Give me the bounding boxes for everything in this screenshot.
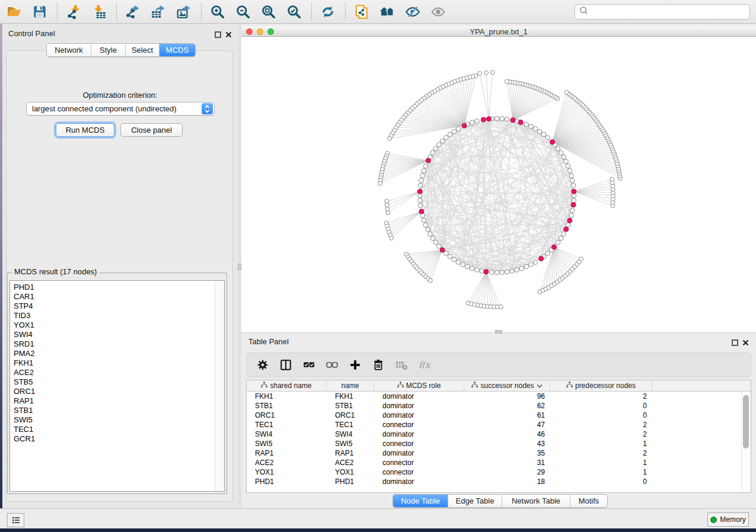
create-column-icon[interactable] (347, 357, 363, 373)
dominator-node (426, 158, 430, 163)
table-row[interactable]: RAP1RAP1dominator352 (247, 448, 751, 458)
tab-edge-table[interactable]: Edge Table (448, 495, 502, 507)
hide-selected-icon[interactable] (403, 2, 422, 21)
mcds-result-item[interactable]: STP4 (14, 302, 215, 311)
search-box[interactable] (575, 4, 750, 20)
mcds-result-item[interactable]: SWI4 (14, 330, 215, 339)
table-scrollbar[interactable] (741, 392, 751, 492)
mcds-result-item[interactable]: GCR1 (14, 434, 215, 444)
export-table-icon[interactable] (149, 2, 168, 21)
mcds-result-item[interactable]: ORC1 (14, 387, 215, 396)
open-file-icon[interactable] (5, 2, 24, 21)
table-cell: connector (374, 459, 464, 467)
dominator-node (552, 245, 557, 249)
delete-columns-icon[interactable] (371, 357, 386, 373)
table-cell: 62 (464, 402, 550, 410)
mcds-result-item[interactable]: PHD1 (14, 283, 215, 292)
new-network-from-selection-icon[interactable] (352, 2, 371, 21)
table-cell: STB1 (327, 402, 374, 410)
table-header-row: shared namenameMCDS rolesuccessor nodesp… (247, 380, 751, 392)
column-header-shared-name[interactable]: shared name (247, 380, 327, 391)
table-settings-icon[interactable] (255, 357, 270, 373)
tab-select[interactable]: Select (125, 44, 159, 56)
tab-style[interactable]: Style (91, 44, 125, 56)
mcds-result-item[interactable]: FKH1 (14, 358, 215, 368)
column-header-predecessor-nodes[interactable]: predecessor nodes (550, 380, 652, 391)
table-cell: connector (374, 468, 464, 476)
first-neighbors-icon[interactable] (378, 2, 397, 21)
search-input[interactable] (588, 5, 749, 18)
mcds-result-groupbox: PHD1CAR1STP4TID3YOX1SWI4SRD1PMA2FKH1ACE2… (7, 273, 227, 494)
table-row[interactable]: ORC1ORC1dominator610 (247, 411, 751, 420)
column-header-MCDS-role[interactable]: MCDS role (374, 380, 464, 391)
zoom-selected-icon[interactable] (285, 2, 304, 21)
table-row[interactable]: SWI5SWI5connector431 (247, 439, 751, 448)
show-all-icon (429, 2, 448, 21)
tab-node-table[interactable]: Node Table (393, 495, 448, 507)
mcds-result-item[interactable]: TID3 (14, 311, 215, 321)
network-canvas[interactable] (241, 37, 756, 332)
table-row[interactable]: TEC1TEC1connector472 (247, 420, 751, 430)
column-header-name[interactable]: name (327, 380, 374, 391)
list-icon (11, 515, 21, 525)
export-image-icon[interactable] (174, 2, 193, 21)
mcds-result-item[interactable]: RAP1 (14, 396, 215, 406)
unselect-all-columns-icon[interactable] (324, 357, 340, 373)
refresh-icon[interactable] (318, 2, 337, 21)
tab-network-table[interactable]: Network Table (502, 495, 570, 507)
table-row[interactable]: PHD1PHD1dominator180 (247, 477, 751, 486)
tab-mcds[interactable]: MCDS (159, 44, 195, 56)
close-panel-icon[interactable] (225, 30, 232, 40)
table-cell: dominator (374, 392, 464, 400)
toolbar-separator (201, 3, 202, 21)
dominator-node (462, 123, 467, 128)
table-cell: TEC1 (247, 421, 327, 429)
float-panel-icon[interactable] (732, 338, 738, 348)
import-network-icon[interactable] (64, 2, 83, 21)
run-mcds-button[interactable]: Run MCDS (56, 123, 114, 137)
column-type-icon (261, 382, 267, 390)
zoom-out-icon[interactable] (234, 2, 253, 21)
column-type-icon (566, 382, 573, 390)
close-panel-button[interactable]: Close panel (120, 123, 183, 137)
tab-network[interactable]: Network (47, 44, 91, 56)
zoom-fit-icon[interactable] (259, 2, 278, 21)
mcds-result-item[interactable]: CAR1 (14, 292, 215, 302)
scrollbar-thumb[interactable] (743, 395, 749, 448)
table-row[interactable]: ACE2ACE2connector311 (247, 458, 751, 467)
table-row[interactable]: STB1STB1dominator620 (247, 401, 751, 411)
table-row[interactable]: YOX1YOX1connector291 (247, 467, 751, 477)
mcds-result-item[interactable]: STB5 (14, 377, 215, 387)
close-panel-icon[interactable] (742, 338, 749, 348)
split-panel-icon[interactable] (278, 357, 294, 373)
table-row[interactable]: FKH1FKH1dominator962 (247, 392, 751, 401)
mcds-result-item[interactable]: SWI5 (14, 415, 215, 425)
dominator-node (484, 270, 489, 274)
mcds-result-item[interactable]: STB1 (14, 406, 215, 415)
export-network-icon[interactable] (123, 2, 142, 21)
import-table-icon[interactable] (90, 2, 109, 21)
table-row[interactable]: SWI4SWI4dominator462 (247, 430, 751, 439)
mcds-result-item[interactable]: ACE2 (14, 368, 215, 377)
mcds-result-item[interactable]: YOX1 (14, 321, 215, 330)
mcds-result-item[interactable]: PMA2 (14, 349, 215, 358)
zoom-in-icon[interactable] (208, 2, 227, 21)
save-session-icon[interactable] (30, 2, 49, 21)
mcds-result-list[interactable]: PHD1CAR1STP4TID3YOX1SWI4SRD1PMA2FKH1ACE2… (9, 280, 225, 492)
mcds-result-item[interactable]: TEC1 (14, 425, 215, 434)
mcds-result-item[interactable]: SRD1 (14, 339, 215, 349)
criterion-select[interactable]: largest connected component (undirected) (26, 102, 215, 116)
memory-button[interactable]: Memory (707, 512, 749, 527)
network-window-titlebar[interactable]: YPA_prune.txt_1 (241, 26, 756, 37)
toolbar-separator (57, 3, 58, 21)
tab-motifs[interactable]: Motifs (570, 495, 607, 507)
task-history-button[interactable] (7, 513, 24, 527)
mcds-list-scrollbar[interactable] (215, 281, 224, 491)
float-panel-icon[interactable] (215, 30, 221, 40)
table-cell: 46 (464, 430, 550, 438)
table-cell: TEC1 (327, 421, 374, 429)
dominator-node (550, 140, 555, 145)
select-all-columns-icon[interactable] (301, 357, 317, 373)
table-cell: 29 (464, 468, 550, 476)
column-header-successor-nodes[interactable]: successor nodes (464, 380, 550, 391)
